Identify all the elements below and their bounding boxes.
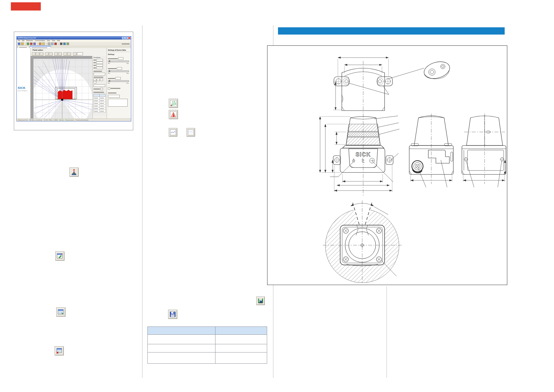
zoom-in-button[interactable]	[32, 52, 36, 56]
sensor-dimensional-drawing: SICK	[267, 46, 507, 285]
menu-parameter[interactable]: Parameter	[26, 40, 33, 41]
toolbar-icon-device[interactable]	[60, 42, 63, 45]
slider-value-box[interactable]	[115, 77, 121, 80]
save-file-button[interactable]	[168, 310, 177, 319]
reset-dropdown[interactable]	[108, 95, 120, 98]
column-divider-bottom-right	[387, 286, 387, 378]
save-to-device-button[interactable]	[256, 297, 265, 305]
toolbar-right-text	[122, 43, 130, 44]
toolbar-icon-save[interactable]	[27, 42, 29, 45]
status-item: COM - TiM3xx - COM308	[44, 119, 58, 121]
point-list-table[interactable]	[93, 94, 106, 113]
coordinate-row	[93, 67, 106, 69]
input-coordinate-boxes[interactable]	[93, 79, 106, 83]
sopas-left-panel: SICK Sensor Intelligence.	[17, 48, 31, 119]
menu-file[interactable]: File	[18, 40, 20, 41]
corner-screw	[376, 228, 382, 233]
toolbar-icon-open[interactable]	[21, 42, 24, 45]
minimize-button[interactable]	[122, 37, 125, 39]
field-type-button[interactable]	[73, 52, 77, 56]
reference-table	[147, 327, 267, 364]
settings-slider[interactable]	[108, 80, 129, 82]
coordinate-dist-box[interactable]	[96, 64, 103, 66]
manual-page: SOPAS Engineering Tool File Edit Paramet…	[0, 0, 554, 392]
toolbar-icon-new[interactable]	[18, 42, 20, 45]
slider-thumb[interactable]	[109, 70, 110, 72]
close-window-icon	[56, 348, 63, 354]
slider-thumb[interactable]	[109, 60, 110, 62]
return-button-symbol	[370, 158, 375, 163]
apply-window-icon	[58, 309, 64, 315]
table-header-cell	[148, 327, 215, 335]
coordinate-y-box[interactable]	[96, 62, 103, 64]
table-header-cell	[215, 327, 267, 335]
settings-slider[interactable]	[108, 61, 129, 62]
settings-label: Settings	[108, 53, 130, 55]
scan-points-icon	[170, 100, 177, 107]
settings-slider[interactable]	[108, 70, 129, 72]
table-header-row	[148, 327, 267, 335]
toolbar-icon-download[interactable]	[51, 42, 54, 45]
multi-scan-line-button[interactable]	[187, 128, 195, 137]
field-triangle-icon	[170, 111, 177, 118]
menu-help[interactable]: Help	[57, 40, 60, 41]
toolbar-icon-monitor[interactable]	[63, 42, 66, 45]
grid-button[interactable]	[63, 52, 67, 56]
menu-edit[interactable]: Edit	[22, 40, 25, 41]
menu-tools[interactable]: Tools	[52, 40, 55, 41]
teach-row[interactable]	[93, 88, 106, 90]
select-button[interactable]	[49, 52, 53, 56]
snap-button[interactable]	[67, 52, 71, 56]
table-row	[148, 335, 267, 344]
table-row	[148, 353, 267, 364]
field-editor-canvas[interactable]	[33, 59, 93, 119]
slider-thumb[interactable]	[109, 80, 110, 82]
zoom-out-button[interactable]	[36, 52, 39, 56]
line-graph-icon	[170, 129, 176, 135]
slider-value-box[interactable]	[118, 57, 123, 60]
coordinate-x-box[interactable]	[96, 59, 103, 61]
menu-view[interactable]: View	[47, 40, 50, 41]
field-select-dropdown[interactable]	[93, 73, 105, 75]
toolbar-separator	[46, 43, 46, 45]
pan-button[interactable]	[45, 52, 49, 56]
sick-brand-red-bar	[11, 2, 41, 11]
toolbar-icon-connect[interactable]	[39, 42, 41, 45]
toolbar-icon-print[interactable]	[30, 42, 33, 45]
toolbar-icon-upload[interactable]	[48, 42, 50, 45]
field-evaluation-button[interactable]	[169, 110, 178, 119]
toolbar-icon-search[interactable]	[33, 42, 36, 45]
checkbox-row[interactable]	[108, 87, 130, 90]
monitor-scan-button[interactable]	[169, 99, 178, 108]
edit-window-button[interactable]	[55, 251, 64, 261]
toolbar-icon-scan[interactable]	[42, 42, 45, 45]
settings-panel: Settings & Device Data Settings MinMax M…	[107, 48, 131, 119]
close-button[interactable]	[128, 37, 131, 39]
maximize-button[interactable]	[125, 37, 128, 39]
zoom-fit-button[interactable]	[40, 52, 43, 56]
coordinate-panel: Coordinate	[92, 56, 106, 116]
delete-point-button[interactable]	[58, 52, 62, 56]
coordinate-angle-box[interactable]	[96, 67, 103, 69]
zoom-level-box[interactable]	[77, 52, 83, 55]
status-item: TiM3xx - (not defined)	[30, 119, 42, 121]
toolbar-icon-stop[interactable]	[54, 42, 57, 45]
sopas-titlebar[interactable]: SOPAS Engineering Tool	[17, 37, 131, 39]
close-window-button[interactable]	[55, 346, 64, 355]
slider-value-box[interactable]	[117, 67, 122, 70]
sopas-statusbar: Authorized Client TiM3xx - (not defined)…	[17, 118, 131, 121]
point-mode-dropdown[interactable]	[93, 84, 105, 87]
toolbar-icon-wizard[interactable]	[66, 42, 69, 45]
add-point-button[interactable]	[54, 52, 58, 56]
svg-text:SICK: SICK	[356, 151, 371, 158]
notes-textarea[interactable]	[108, 99, 128, 107]
led-symbol	[362, 159, 365, 163]
apply-window-button[interactable]	[56, 307, 65, 317]
settings-panel-title: Settings & Device Data	[108, 49, 130, 52]
menu-communication[interactable]: Communication	[35, 40, 45, 41]
teach-in-button[interactable]	[69, 168, 79, 177]
dotted-graph-icon	[188, 129, 194, 135]
scan-line-button[interactable]	[169, 128, 177, 137]
field-editor-toolbar[interactable]	[32, 52, 84, 56]
status-item: Authorized Client	[18, 119, 28, 121]
